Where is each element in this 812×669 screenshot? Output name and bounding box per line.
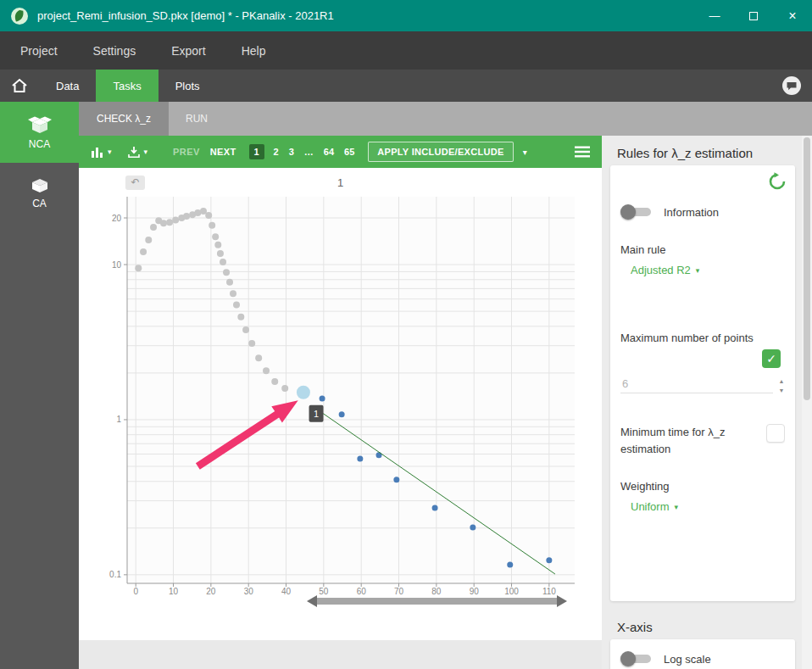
reset-rules-button[interactable] bbox=[768, 172, 787, 194]
main-area: CHECK λ_z RUN ▾ ▾ PREV NEXT 1 2 3 … 64 6… bbox=[79, 102, 812, 669]
next-page-button[interactable]: NEXT bbox=[210, 147, 236, 157]
apply-dropdown-caret[interactable]: ▾ bbox=[523, 148, 527, 157]
svg-text:0: 0 bbox=[133, 587, 138, 596]
minimize-button[interactable]: — bbox=[695, 0, 734, 31]
menu-item-project[interactable]: Project bbox=[20, 44, 58, 58]
svg-text:10: 10 bbox=[169, 587, 179, 596]
sidebar-item-ca[interactable]: CA bbox=[0, 163, 79, 224]
main-rule-value: Adjusted R2 bbox=[631, 264, 691, 276]
svg-text:50: 50 bbox=[319, 587, 329, 596]
rules-heading: Rules for λ_z estimation bbox=[617, 146, 812, 160]
point-tooltip: 1 bbox=[309, 405, 324, 422]
prev-page-button[interactable]: PREV bbox=[173, 147, 200, 157]
menu-item-help[interactable]: Help bbox=[242, 44, 266, 58]
svg-text:70: 70 bbox=[394, 587, 404, 596]
chat-bubble-icon bbox=[781, 75, 802, 96]
xaxis-card: Log scale bbox=[610, 639, 795, 669]
plot-type-button[interactable]: ▾ bbox=[91, 146, 112, 158]
maximize-button[interactable] bbox=[734, 0, 773, 31]
maximize-icon bbox=[749, 12, 758, 20]
chevron-down-icon: ▾ bbox=[696, 266, 700, 275]
open-box-icon bbox=[27, 115, 53, 134]
chevron-down-icon: ▾ bbox=[144, 148, 148, 156]
titlebar: project_Remi_infusion_SD.pkx [demo] * - … bbox=[0, 0, 812, 31]
toolbar-menu-button[interactable] bbox=[575, 146, 590, 158]
max-points-spinner-down[interactable]: ▼ bbox=[779, 387, 785, 393]
panel-scrollbar-thumb[interactable] bbox=[804, 137, 810, 400]
page-button-3[interactable]: 3 bbox=[289, 147, 294, 157]
chevron-down-icon: ▾ bbox=[108, 148, 112, 156]
plot-toolbar: ▾ ▾ PREV NEXT 1 2 3 … 64 65 APPLY INCLUD… bbox=[79, 136, 602, 168]
main-rule-select[interactable]: Adjusted R2 ▾ bbox=[631, 264, 699, 276]
home-button[interactable] bbox=[0, 70, 39, 102]
check-icon: ✓ bbox=[766, 352, 776, 365]
menu-item-export[interactable]: Export bbox=[171, 44, 205, 58]
nav-item-tasks[interactable]: Tasks bbox=[96, 70, 158, 102]
page-button-64[interactable]: 64 bbox=[324, 147, 334, 157]
sidebar-item-label: CA bbox=[32, 198, 47, 209]
weighting-value: Uniform bbox=[631, 500, 670, 513]
closed-box-icon bbox=[30, 177, 50, 193]
weighting-select[interactable]: Uniform ▾ bbox=[631, 500, 678, 513]
max-points-spinner-up[interactable]: ▲ bbox=[779, 378, 785, 384]
min-time-label: Minimum time for λ_z estimation bbox=[620, 424, 766, 458]
svg-text:30: 30 bbox=[244, 587, 254, 596]
reset-icon bbox=[768, 172, 787, 191]
home-icon bbox=[11, 78, 28, 93]
close-button[interactable]: × bbox=[773, 0, 812, 31]
weighting-label: Weighting bbox=[620, 480, 785, 493]
tab-check-lambda-z[interactable]: CHECK λ_z bbox=[79, 102, 169, 136]
max-points-checkbox[interactable]: ✓ bbox=[762, 349, 781, 368]
pkanalix-logo-icon bbox=[10, 7, 29, 25]
svg-text:20: 20 bbox=[206, 587, 216, 596]
menu-item-settings[interactable]: Settings bbox=[93, 44, 136, 58]
svg-text:20: 20 bbox=[112, 214, 122, 223]
sidebar-item-label: NCA bbox=[29, 138, 50, 150]
max-points-input[interactable] bbox=[620, 375, 773, 393]
svg-text:10: 10 bbox=[112, 260, 122, 270]
window-title: project_Remi_infusion_SD.pkx [demo] * - … bbox=[37, 9, 695, 22]
download-icon bbox=[127, 146, 141, 159]
pkanalix-window: project_Remi_infusion_SD.pkx [demo] * - … bbox=[0, 0, 812, 669]
feedback-button[interactable] bbox=[781, 75, 802, 96]
svg-text:80: 80 bbox=[431, 587, 442, 596]
log-scale-toggle[interactable] bbox=[620, 651, 653, 666]
settings-panel: Rules for λ_z estimation Information Mai bbox=[602, 136, 812, 669]
bar-chart-icon bbox=[91, 146, 104, 158]
information-label: Information bbox=[664, 206, 719, 219]
apply-include-exclude-button[interactable]: APPLY INCLUDE/EXCLUDE bbox=[368, 142, 513, 162]
max-points-label: Maximum number of points bbox=[620, 332, 785, 344]
svg-text:1: 1 bbox=[314, 409, 319, 419]
page-ellipsis: … bbox=[304, 147, 314, 157]
xaxis-heading: X-axis bbox=[617, 620, 812, 634]
concentration-time-plot[interactable]: 0102030405060708090100110201010.11 bbox=[79, 168, 602, 640]
page-button-1[interactable]: 1 bbox=[249, 144, 264, 159]
plot-title: 1 bbox=[79, 176, 602, 189]
task-tabs: CHECK λ_z RUN bbox=[79, 102, 812, 136]
chevron-down-icon: ▾ bbox=[675, 503, 679, 511]
min-time-checkbox[interactable] bbox=[766, 424, 785, 443]
menubar: Project Settings Export Help bbox=[0, 31, 812, 70]
page-button-65[interactable]: 65 bbox=[344, 147, 354, 157]
svg-text:100: 100 bbox=[504, 587, 519, 596]
page-button-2[interactable]: 2 bbox=[274, 147, 279, 157]
nav-item-data[interactable]: Data bbox=[39, 70, 96, 102]
undo-zoom-button[interactable]: ↶ bbox=[125, 176, 145, 190]
svg-text:0.1: 0.1 bbox=[109, 570, 121, 579]
svg-text:90: 90 bbox=[470, 587, 480, 596]
svg-text:40: 40 bbox=[281, 587, 292, 596]
task-sidebar: NCA CA bbox=[0, 102, 79, 669]
toggle-knob bbox=[620, 204, 636, 220]
tab-run[interactable]: RUN bbox=[169, 102, 225, 136]
toggle-knob bbox=[620, 651, 636, 666]
panel-scrollbar[interactable] bbox=[802, 136, 812, 669]
svg-text:60: 60 bbox=[357, 587, 367, 596]
series-selected-point bbox=[297, 386, 310, 399]
sidebar-item-nca[interactable]: NCA bbox=[0, 102, 79, 163]
svg-text:110: 110 bbox=[542, 587, 556, 596]
x-axis-range-scrollbar[interactable] bbox=[307, 595, 567, 607]
nav-item-plots[interactable]: Plots bbox=[159, 70, 217, 102]
export-plot-button[interactable]: ▾ bbox=[127, 146, 148, 159]
information-toggle[interactable] bbox=[620, 204, 653, 220]
log-scale-label: Log scale bbox=[664, 653, 711, 666]
